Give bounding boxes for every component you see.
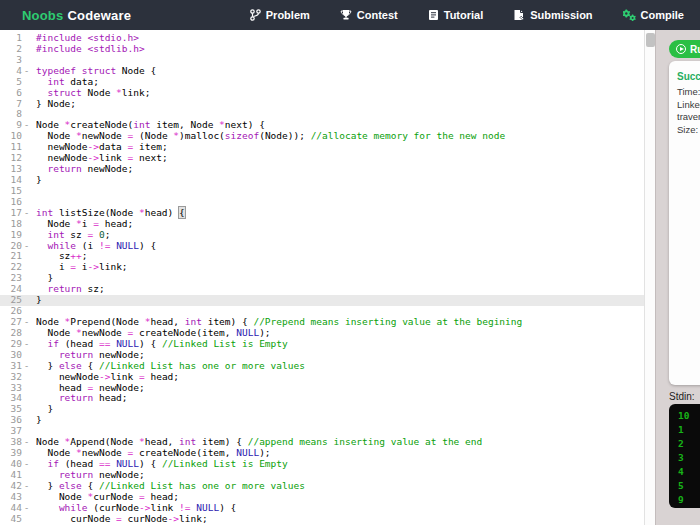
token-txt: Prepend(Node <box>70 316 144 327</box>
fold-marker[interactable]: - <box>22 361 31 372</box>
token-txt: head; <box>145 371 179 382</box>
run-button[interactable]: Run <box>669 40 700 58</box>
token-txt: link; <box>122 87 151 98</box>
nav-item-tutorial[interactable]: Tutorial <box>428 9 484 21</box>
code-line[interactable]: 20- while (i != NULL) { <box>0 241 655 252</box>
code-editor[interactable]: 1#include <stdio.h>2#include <stdlib.h>3… <box>0 30 655 525</box>
token-txt: sz <box>36 250 70 261</box>
token-op: -> <box>87 152 98 163</box>
token-meta: #include <stdlib.h> <box>36 43 145 54</box>
fold-marker[interactable]: - <box>22 241 31 252</box>
fold-gutter <box>22 219 31 230</box>
nav-item-contest[interactable]: Contest <box>340 9 398 21</box>
code-line[interactable]: 22 i = i->link; <box>0 262 655 273</box>
token-op: -> <box>168 513 179 524</box>
token-txt <box>36 87 47 98</box>
token-txt: Node <box>36 218 76 229</box>
line-number[interactable]: 32 <box>0 372 22 383</box>
editor-scrollbar[interactable] <box>644 30 655 525</box>
token-txt: (head <box>59 338 99 349</box>
fold-gutter <box>22 492 31 503</box>
line-number[interactable]: 5 <box>0 77 22 88</box>
token-txt: head; <box>99 218 133 229</box>
fold-gutter <box>22 404 31 415</box>
code-line[interactable]: 45 curNode = curNode->link; <box>0 514 655 525</box>
line-number[interactable]: 19 <box>0 230 22 241</box>
code-line[interactable]: 35 } <box>0 404 655 415</box>
nav-item-compile[interactable]: Compile <box>623 9 684 21</box>
nav-item-label: Contest <box>357 9 398 21</box>
token-txt <box>36 163 47 174</box>
token-txt: link <box>99 152 128 163</box>
stdin-input[interactable]: 10123459 <box>669 404 700 508</box>
token-txt: item) { <box>196 436 247 447</box>
line-number[interactable]: 44 <box>0 503 22 514</box>
fold-gutter <box>22 393 31 404</box>
brand-logo[interactable]: NoobsCodeware <box>22 8 131 23</box>
token-txt: } <box>36 480 59 491</box>
token-kw: int <box>47 76 64 87</box>
code-line[interactable]: 14} <box>0 175 655 186</box>
code-line[interactable]: 13 return newNode; <box>0 164 655 175</box>
token-op: != <box>99 240 110 251</box>
code-line[interactable]: 2#include <stdlib.h> <box>0 44 655 55</box>
token-txt: newNode; <box>93 382 144 393</box>
token-txt: { <box>82 360 99 371</box>
token-cm: //Linked List has one or more values <box>99 360 305 371</box>
fold-gutter <box>22 131 31 142</box>
code-line[interactable]: 36} <box>0 415 655 426</box>
token-kw: struct <box>47 87 81 98</box>
fold-marker[interactable]: - <box>22 437 31 448</box>
token-txt: newNode <box>36 152 87 163</box>
stdin-value: 3 <box>678 451 700 465</box>
line-number[interactable]: 18 <box>0 219 22 230</box>
token-txt: ) { <box>139 458 162 469</box>
code-text: } <box>31 295 42 306</box>
fold-marker[interactable]: - <box>22 339 31 350</box>
code-text: } <box>31 175 42 186</box>
line-number[interactable]: 45 <box>0 514 22 525</box>
token-txt: ); <box>259 327 270 338</box>
token-cm: //Linked List is Empty <box>162 458 288 469</box>
token-txt: head) <box>145 207 179 218</box>
token-txt: { <box>82 480 99 491</box>
scrollbar-thumb[interactable] <box>646 33 655 47</box>
result-line: Linked <box>677 99 700 112</box>
code-line[interactable]: 25} <box>0 295 655 306</box>
code-line[interactable]: 34 return head; <box>0 393 655 404</box>
line-number[interactable]: 6 <box>0 88 22 99</box>
code-lines: 1#include <stdio.h>2#include <stdlib.h>3… <box>0 30 655 524</box>
fold-marker[interactable]: - <box>22 459 31 470</box>
nav-item-problem[interactable]: Problem <box>250 9 310 21</box>
token-atom: NULL <box>236 447 259 458</box>
book-icon <box>428 9 439 21</box>
stdin-value: 9 <box>678 493 700 507</box>
token-kw: if <box>47 458 58 469</box>
fold-marker[interactable]: - <box>22 481 31 492</box>
fold-marker[interactable]: - <box>22 66 31 77</box>
line-number[interactable]: 31 <box>0 361 22 372</box>
token-txt <box>36 240 47 251</box>
code-text: } <box>31 404 53 415</box>
play-icon <box>676 44 686 54</box>
token-op: == <box>99 458 110 469</box>
token-txt <box>36 229 47 240</box>
token-kw: return <box>59 349 93 360</box>
token-kw: if <box>47 338 58 349</box>
fold-gutter <box>22 33 31 44</box>
fold-marker[interactable]: - <box>22 120 31 131</box>
code-line[interactable]: 6 struct Node *link; <box>0 88 655 99</box>
fold-marker[interactable]: - <box>22 208 31 219</box>
fold-marker[interactable]: - <box>22 503 31 514</box>
nav-item-submission[interactable]: Submission <box>513 9 592 21</box>
token-txt <box>36 502 59 513</box>
code-line[interactable]: 7} Node; <box>0 99 655 110</box>
line-number[interactable]: 43 <box>0 492 22 503</box>
code-line[interactable]: 15 <box>0 186 655 197</box>
branch-icon <box>250 9 261 21</box>
token-kw: else <box>59 360 82 371</box>
token-kw: return <box>47 283 81 294</box>
code-line[interactable]: 24 return sz; <box>0 284 655 295</box>
token-txt: newNode <box>82 130 128 141</box>
fold-marker[interactable]: - <box>22 317 31 328</box>
